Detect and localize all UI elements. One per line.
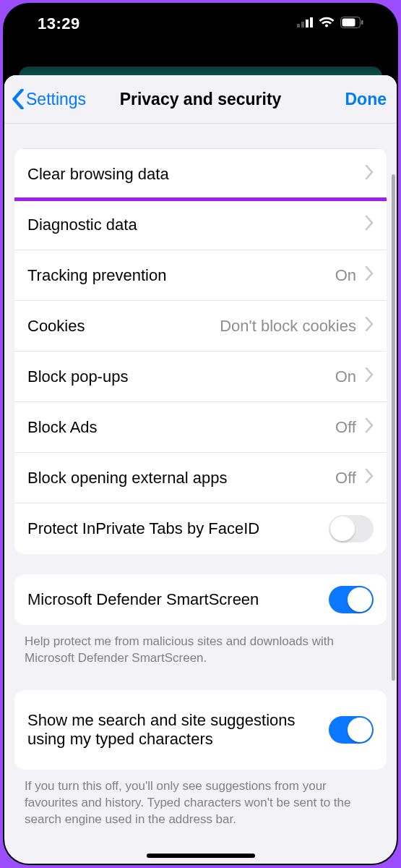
row-tracking-prevention[interactable]: Tracking prevention On bbox=[14, 250, 387, 300]
row-block-popups[interactable]: Block pop-ups On bbox=[14, 351, 387, 401]
svg-rect-2 bbox=[306, 20, 309, 27]
chevron-right-icon bbox=[365, 216, 374, 234]
wifi-icon bbox=[319, 17, 335, 31]
svg-rect-1 bbox=[301, 22, 304, 27]
chevron-right-icon bbox=[365, 418, 374, 437]
status-bar: 13:29 bbox=[3, 3, 398, 67]
row-block-external-apps[interactable]: Block opening external apps Off bbox=[14, 452, 387, 503]
row-label: Microsoft Defender SmartScreen bbox=[27, 590, 320, 609]
back-button[interactable]: Settings bbox=[12, 89, 86, 109]
home-indicator[interactable] bbox=[147, 854, 255, 858]
toggle-inprivate[interactable] bbox=[329, 515, 374, 542]
toggle-smartscreen[interactable] bbox=[329, 586, 374, 613]
back-label: Settings bbox=[26, 90, 86, 109]
row-clear-browsing-data[interactable]: Clear browsing data bbox=[14, 148, 387, 199]
row-label: Block opening external apps bbox=[27, 469, 327, 488]
nav-header: Settings Privacy and security Done bbox=[4, 75, 397, 124]
device-frame: 13:29 Settings Privacy and security Done bbox=[3, 3, 398, 865]
footer-smartscreen: Help protect me from malicious sites and… bbox=[4, 625, 397, 670]
status-icons bbox=[297, 17, 363, 31]
footer-suggestions: If you turn this off, you'll only see su… bbox=[4, 770, 397, 831]
row-diagnostic-data[interactable]: Diagnostic data bbox=[14, 199, 387, 250]
row-smartscreen: Microsoft Defender SmartScreen bbox=[14, 574, 387, 625]
chevron-right-icon bbox=[365, 367, 374, 386]
row-value: Off bbox=[335, 469, 356, 488]
row-label: Diagnostic data bbox=[27, 216, 356, 234]
settings-group-smartscreen: Microsoft Defender SmartScreen bbox=[14, 574, 387, 625]
toggle-suggestions[interactable] bbox=[329, 716, 374, 744]
cellular-icon bbox=[297, 17, 313, 30]
row-label: Block pop-ups bbox=[27, 367, 327, 386]
row-value: Don't block cookies bbox=[220, 317, 356, 336]
settings-group-suggestions: Show me search and site suggestions usin… bbox=[14, 690, 387, 770]
row-value: On bbox=[335, 367, 356, 386]
done-button[interactable]: Done bbox=[345, 90, 387, 109]
svg-rect-3 bbox=[310, 17, 313, 27]
row-suggestions: Show me search and site suggestions usin… bbox=[14, 690, 387, 770]
status-time: 13:29 bbox=[38, 14, 80, 33]
chevron-right-icon bbox=[365, 165, 374, 184]
chevron-right-icon bbox=[365, 317, 374, 336]
row-value: On bbox=[335, 266, 356, 285]
row-cookies[interactable]: Cookies Don't block cookies bbox=[14, 300, 387, 351]
chevron-right-icon bbox=[365, 266, 374, 285]
chevron-right-icon bbox=[365, 469, 374, 488]
svg-rect-6 bbox=[361, 20, 363, 25]
svg-rect-5 bbox=[342, 19, 355, 27]
row-label: Block Ads bbox=[27, 418, 327, 437]
row-block-ads[interactable]: Block Ads Off bbox=[14, 401, 387, 452]
row-label: Tracking prevention bbox=[27, 266, 327, 285]
row-protect-inprivate: Protect InPrivate Tabs by FaceID bbox=[14, 503, 387, 554]
row-value: Off bbox=[335, 418, 356, 437]
page-title: Privacy and security bbox=[120, 90, 282, 109]
row-label: Clear browsing data bbox=[27, 165, 356, 184]
svg-rect-0 bbox=[297, 24, 300, 27]
battery-icon bbox=[340, 17, 363, 31]
row-label: Show me search and site suggestions usin… bbox=[27, 711, 320, 749]
scroll-area[interactable]: Clear browsing data Diagnostic data Trac… bbox=[4, 124, 397, 864]
scrollbar[interactable] bbox=[392, 174, 395, 681]
row-label: Protect InPrivate Tabs by FaceID bbox=[27, 519, 320, 538]
settings-group-main: Clear browsing data Diagnostic data Trac… bbox=[14, 148, 387, 554]
row-label: Cookies bbox=[27, 317, 211, 336]
settings-sheet: Settings Privacy and security Done Clear… bbox=[4, 75, 397, 864]
chevron-left-icon bbox=[12, 89, 25, 109]
